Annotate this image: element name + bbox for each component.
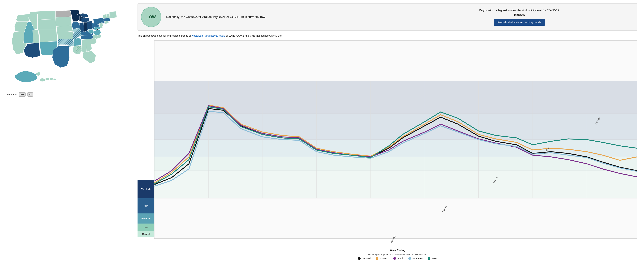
svg-marker-12	[24, 43, 40, 58]
y-band-low: Low	[138, 223, 154, 231]
y-band-moderate: Moderate	[138, 213, 154, 223]
svg-marker-11	[32, 30, 39, 43]
svg-marker-53	[14, 71, 38, 83]
y-band-minimal: Minimal	[138, 231, 154, 237]
svg-marker-10	[38, 19, 56, 31]
chart-bottom: Week Ending Select a geography to add or…	[158, 247, 637, 261]
summary-box: LOW Nationally, the wastewater viral act…	[138, 3, 637, 31]
territories-label: Territories	[7, 93, 17, 96]
svg-marker-21	[70, 10, 80, 22]
legend-dot-west	[428, 257, 430, 260]
us-map[interactable]	[3, 7, 128, 87]
territory-gu-button[interactable]: GU	[18, 92, 26, 97]
chart-section: Very High High Moderate Low Minimal	[138, 41, 637, 247]
svg-marker-16	[56, 17, 72, 27]
svg-marker-52	[110, 11, 117, 18]
plot-svg[interactable]	[154, 41, 637, 239]
svg-marker-13	[39, 30, 57, 42]
svg-marker-47	[104, 21, 107, 24]
svg-rect-63	[154, 81, 637, 114]
svg-rect-64	[154, 114, 637, 140]
legend-label-northeast: Northeast	[412, 257, 422, 260]
legend-dot-northeast	[408, 257, 411, 260]
low-circle: LOW	[141, 7, 161, 27]
legend-label-midwest: Midwest	[380, 257, 388, 260]
svg-marker-60	[58, 39, 74, 47]
national-summary-end: .	[265, 15, 266, 19]
svg-point-57	[50, 78, 53, 80]
svg-marker-38	[91, 38, 96, 45]
svg-point-59	[96, 29, 98, 30]
svg-point-55	[40, 78, 45, 82]
highest-region-label: Region with the highest wastewater viral…	[479, 8, 560, 17]
national-summary-bold: low	[260, 15, 265, 19]
legend-label-west: West	[432, 257, 437, 260]
legend-label-south: South	[397, 257, 404, 260]
legend-northeast[interactable]: Northeast	[408, 257, 422, 260]
y-band-high: High	[138, 198, 154, 213]
legend-south[interactable]: South	[393, 257, 404, 260]
legend-west[interactable]: West	[428, 257, 437, 260]
svg-marker-15	[56, 11, 71, 18]
territory-vi-button[interactable]: VI	[27, 92, 33, 97]
svg-rect-67	[154, 171, 637, 198]
svg-marker-17	[56, 26, 73, 32]
wastewater-link[interactable]: wastewater viral activity levels	[192, 34, 225, 37]
svg-marker-20	[52, 46, 70, 68]
svg-marker-54	[36, 72, 41, 76]
svg-point-58	[53, 78, 56, 80]
highest-region-box: Region with the highest wastewater viral…	[400, 7, 634, 27]
see-trends-button[interactable]: See individual state and territory trend…	[494, 19, 545, 26]
svg-marker-22	[72, 22, 80, 29]
svg-marker-18	[57, 31, 73, 39]
right-panel: LOW Nationally, the wastewater viral act…	[131, 0, 644, 264]
svg-marker-61	[73, 28, 82, 40]
highest-region-value: Midwest	[514, 13, 525, 16]
svg-marker-48	[107, 21, 109, 23]
svg-marker-37	[83, 51, 96, 63]
y-axis-container: Very High High Moderate Low Minimal	[138, 41, 154, 247]
national-summary-text: Nationally, the wastewater viral activit…	[166, 7, 395, 27]
legend-dot-south	[393, 257, 396, 260]
svg-marker-51	[106, 14, 110, 18]
territories-row: Territories GU VI	[3, 92, 33, 97]
svg-marker-50	[103, 14, 107, 19]
svg-marker-35	[81, 39, 86, 52]
svg-point-56	[45, 78, 49, 80]
y-band-very-high: Very High	[138, 180, 154, 198]
chart-description: This chart shows national and regional t…	[138, 34, 637, 38]
national-summary-prefix: Nationally, the wastewater viral activit…	[166, 15, 259, 19]
left-panel: Territories GU VI	[0, 0, 131, 264]
chart-plot-area: 12/09/23 01/20/24 03/02/24 04/13/24 05/2…	[154, 41, 637, 247]
